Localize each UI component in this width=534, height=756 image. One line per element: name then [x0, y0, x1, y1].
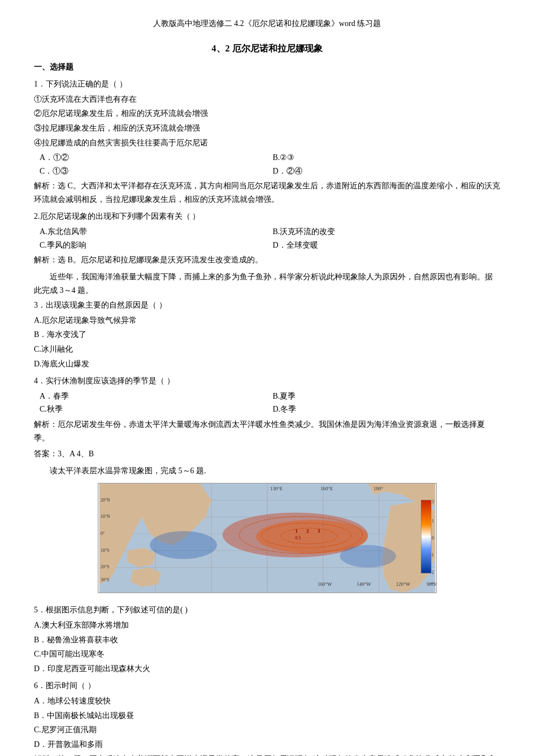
page-title: 人教版高中地理选修二 4.2《厄尔尼诺和拉尼娜现象》word 练习题 — [34, 17, 500, 31]
q3-intro: 近些年，我国海洋渔获量大幅度下降，而捕上来的多为鱼子鱼孙，科学家分析说此种现象除… — [34, 270, 500, 297]
svg-text:20°N: 20°N — [101, 498, 110, 503]
svg-text:0°: 0° — [101, 531, 105, 536]
svg-text:°C: °C — [430, 582, 435, 587]
q3-optB: B．海水变浅了 — [34, 328, 500, 342]
svg-text:10°N: 10°N — [101, 515, 110, 520]
q4-optD: D.冬季 — [267, 403, 501, 416]
question-3: 3．出现该现象主要的自然原因是（ ） A.厄尔尼诺现象导致气候异常 B．海水变浅… — [34, 299, 500, 371]
q6-optC: C.尼罗河正值汛期 — [34, 723, 500, 737]
q1-optB: B.②③ — [267, 151, 501, 165]
svg-text:180°: 180° — [374, 486, 383, 491]
q3-optC: C.冰川融化 — [34, 343, 500, 356]
q5-stem: 5．根据图示信息判断，下列叙述可信的是( ) — [34, 603, 500, 617]
svg-text:10°S: 10°S — [101, 548, 109, 553]
q1-options: A．①② B.②③ C．①③ D．②④ — [34, 151, 500, 178]
svg-text:-1: -1 — [430, 552, 434, 558]
svg-text:-2: -2 — [430, 571, 434, 576]
type-label: 一、选择题 — [34, 61, 500, 74]
q1-optD: D．②④ — [267, 165, 501, 178]
svg-text:30°S: 30°S — [101, 578, 109, 583]
q5-optC: C.中国可能出现寒冬 — [34, 647, 500, 661]
question-4: 4．实行休渔制度应该选择的季节是（ ） A．春季 B.夏季 C.秋季 D.冬季 … — [34, 374, 500, 461]
q6-optB: B．中国南极长城站出现极昼 — [34, 709, 500, 723]
q1-item4: ④拉尼娜造成的自然灾害损失往往要高于厄尔尼诺 — [34, 136, 500, 150]
q6-analysis: 解析：第 5 题，图中反映出南美洲西部太平洋水温异常偏高，这是厄尔尼诺现象.这种… — [34, 753, 500, 756]
map-container: 130°E 160°E 180° 160°W 140°W 120°W 90°W … — [34, 483, 500, 598]
q1-stem: 1．下列说法正确的是（ ） — [34, 77, 500, 91]
svg-rect-32 — [421, 500, 431, 573]
section-title: 4、2 厄尔尼诺和拉尼娜现象 — [34, 41, 500, 56]
svg-text:130°E: 130°E — [270, 486, 282, 491]
svg-text:160°E: 160°E — [320, 486, 333, 491]
q5-optB: B．秘鲁渔业将喜获丰收 — [34, 633, 500, 647]
q2-optD: D．全球变暖 — [267, 239, 501, 252]
q2-optB: B.沃克环流的改变 — [267, 225, 501, 239]
q4-optB: B.夏季 — [267, 390, 501, 403]
svg-point-13 — [150, 531, 217, 559]
q6-stem: 6．图示时间（ ） — [34, 679, 500, 693]
svg-text:1: 1 — [295, 528, 297, 534]
q2-stem: 2.厄尔尼诺现象的出现和下列哪个因素有关（ ） — [34, 210, 500, 223]
svg-text:2: 2 — [306, 528, 309, 534]
question-2: 2.厄尔尼诺现象的出现和下列哪个因素有关（ ） A.东北信风带 B.沃克环流的改… — [34, 210, 500, 267]
q6-optA: A．地球公转速度较快 — [34, 694, 500, 708]
svg-text:140°W: 140°W — [357, 581, 371, 587]
q1-optC: C．①③ — [34, 165, 267, 178]
q1-item3: ③拉尼娜现象发生后，相应的沃克环流就会增强 — [34, 122, 500, 135]
q4-stem: 4．实行休渔制度应该选择的季节是（ ） — [34, 374, 500, 388]
q1-analysis: 解析：选 C。大西洋和太平洋都存在沃克环流，其方向相同当厄尔尼诺现象发生后，赤道… — [34, 179, 500, 206]
q1-optA: A．①② — [34, 151, 267, 165]
q3-optD: D.海底火山爆发 — [34, 357, 500, 371]
svg-text:3: 3 — [318, 528, 320, 534]
q2-options: A.东北信风带 B.沃克环流的改变 C.季风的影响 D．全球变暖 — [34, 225, 500, 252]
question-6: 6．图示时间（ ） A．地球公转速度较快 B．中国南极长城站出现极昼 C.尼罗河… — [34, 679, 500, 756]
q2-analysis: 解析：选 B。厄尔尼诺和拉尼娜现象是沃克环流发生改变造成的。 — [34, 253, 500, 267]
question-5: 5．根据图示信息判断，下列叙述可信的是( ) A.澳大利亚东部降水将增加 B．秘… — [34, 603, 500, 676]
q5-optD: D．印度尼西亚可能出现森林大火 — [34, 662, 500, 676]
svg-text:3: 3 — [431, 499, 433, 504]
q4-options: A．春季 B.夏季 C.秋季 D.冬季 — [34, 390, 500, 417]
pacific-temperature-map: 130°E 160°E 180° 160°W 140°W 120°W 90°W … — [98, 483, 437, 593]
q4-optA: A．春季 — [34, 390, 267, 403]
svg-text:160°W: 160°W — [318, 581, 332, 587]
map-intro: 读太平洋表层水温异常现象图，完成 5～6 题. — [34, 464, 500, 478]
svg-point-14 — [340, 545, 396, 568]
q6-optD: D．开普敦温和多雨 — [34, 738, 500, 751]
q1-item1: ①沃克环流在大西洋也有存在 — [34, 93, 500, 106]
q2-optC: C.季风的影响 — [34, 239, 267, 252]
q4-analysis: 解析：厄尔尼诺发生年份，赤道太平洋大量暖海水倒流西太平洋暖水性鱼类减少。我国休渔… — [34, 418, 500, 445]
svg-text:120°W: 120°W — [396, 581, 410, 587]
q3-stem: 3．出现该现象主要的自然原因是（ ） — [34, 299, 500, 312]
svg-text:0: 0 — [431, 535, 433, 541]
q5-optA: A.澳大利亚东部降水将增加 — [34, 619, 500, 632]
q2-optA: A.东北信风带 — [34, 225, 267, 239]
q3-optA: A.厄尔尼诺现象导致气候异常 — [34, 314, 500, 327]
question-1: 1．下列说法正确的是（ ） ①沃克环流在大西洋也有存在 ②厄尔尼诺现象发生后，相… — [34, 77, 500, 206]
q4-optC: C.秋季 — [34, 403, 267, 416]
q4-answer: 答案：3、A 4、B — [34, 447, 500, 461]
q1-item2: ②厄尔尼诺现象发生后，相应的沃克环流就会增强 — [34, 107, 500, 120]
svg-text:20°S: 20°S — [101, 565, 109, 570]
svg-text:1: 1 — [431, 519, 433, 524]
svg-text:0.5: 0.5 — [295, 535, 301, 541]
